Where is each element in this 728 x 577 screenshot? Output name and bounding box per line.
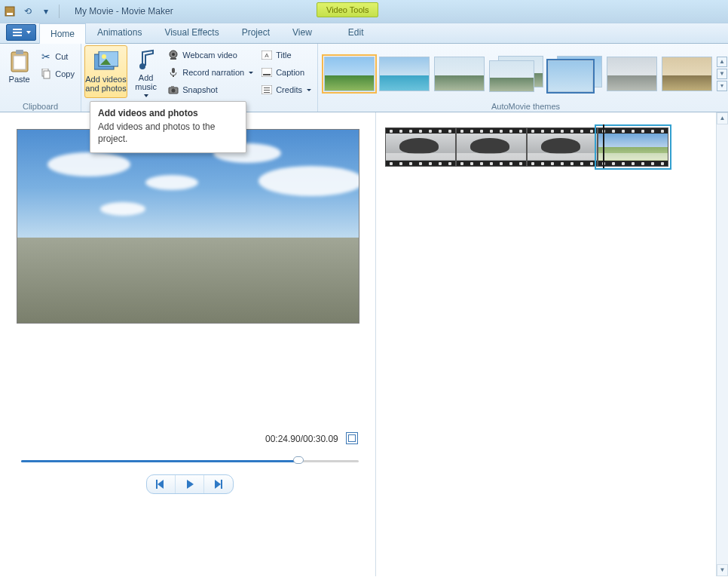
svg-rect-28 xyxy=(264,87,270,88)
theme-scroll-more[interactable]: ▾ xyxy=(717,81,727,91)
theme-thumb-2[interactable] xyxy=(379,57,430,91)
timeline-clip-selected[interactable] xyxy=(598,127,668,167)
qat-separator xyxy=(59,5,60,18)
tab-home[interactable]: Home xyxy=(39,23,86,44)
credits-button[interactable]: Credits xyxy=(258,81,314,98)
title-button[interactable]: ATitle xyxy=(258,47,314,63)
timeline-clip[interactable] xyxy=(456,127,527,167)
record-label: Record narration xyxy=(182,68,244,77)
svg-rect-19 xyxy=(173,75,174,77)
cut-label: Cut xyxy=(55,52,68,61)
theme-gallery-scroll[interactable]: ▲ ▼ ▾ xyxy=(717,57,727,91)
copy-button[interactable]: Copy xyxy=(37,66,78,82)
svg-rect-22 xyxy=(171,86,174,87)
seek-slider[interactable] xyxy=(21,458,359,464)
svg-rect-3 xyxy=(13,32,22,33)
theme-scroll-up[interactable]: ▲ xyxy=(717,57,727,67)
preview-monitor[interactable] xyxy=(17,129,359,324)
snapshot-label: Snapshot xyxy=(182,85,217,94)
svg-marker-31 xyxy=(158,480,164,489)
theme-scroll-down[interactable]: ▼ xyxy=(717,69,727,79)
file-menu-button[interactable] xyxy=(6,24,36,41)
ribbon-tabs: Home Animations Visual Effects Project V… xyxy=(0,23,728,44)
timeline-playhead[interactable] xyxy=(603,124,604,168)
seek-thumb[interactable] xyxy=(293,456,304,464)
svg-rect-26 xyxy=(263,74,271,75)
group-clipboard: Paste ✂Cut Copy Clipboard xyxy=(0,44,81,112)
svg-point-12 xyxy=(102,54,106,59)
contextual-tab-videotools[interactable]: Video Tools xyxy=(317,2,378,17)
svg-point-14 xyxy=(139,63,145,69)
timeline-clip[interactable] xyxy=(385,127,456,167)
svg-rect-35 xyxy=(221,480,222,489)
caption-label: Caption xyxy=(276,68,304,77)
timeline-pane[interactable]: ▲ ▼ xyxy=(375,112,728,576)
svg-rect-18 xyxy=(172,68,175,73)
qat-undo-icon[interactable]: ⟲ xyxy=(21,5,35,18)
scroll-up-icon[interactable]: ▲ xyxy=(717,112,728,124)
tab-visual-effects[interactable]: Visual Effects xyxy=(153,23,230,43)
paste-label: Paste xyxy=(9,75,30,84)
group-label-themes: AutoMovie themes xyxy=(321,100,728,112)
fullscreen-button[interactable] xyxy=(346,432,358,444)
timeline-clip[interactable] xyxy=(527,127,598,167)
copy-icon xyxy=(40,68,52,80)
svg-marker-33 xyxy=(187,480,194,489)
tooltip-body: Add videos and photos to the project. xyxy=(98,121,238,145)
theme-thumb-6[interactable] xyxy=(607,57,657,91)
theme-thumb-7[interactable] xyxy=(662,57,712,91)
theme-thumb-4[interactable] xyxy=(489,56,543,92)
webcam-label: Webcam video xyxy=(182,51,237,60)
cut-button[interactable]: ✂Cut xyxy=(37,48,78,65)
snapshot-button[interactable]: Snapshot xyxy=(164,81,256,98)
svg-rect-4 xyxy=(13,35,22,36)
add-videos-photos-button[interactable]: Add videos and photos xyxy=(84,45,127,98)
theme-thumb-5[interactable] xyxy=(548,56,602,92)
copy-label: Copy xyxy=(55,69,75,78)
tab-view[interactable]: View xyxy=(281,23,323,43)
microphone-icon xyxy=(167,66,179,78)
svg-rect-29 xyxy=(264,90,270,91)
timeline-scrollbar[interactable]: ▲ ▼ xyxy=(716,112,728,576)
prev-frame-button[interactable] xyxy=(147,475,176,493)
tab-animations[interactable]: Animations xyxy=(86,23,153,43)
svg-text:A: A xyxy=(265,52,269,59)
svg-rect-1 xyxy=(7,13,13,15)
qat-save-icon[interactable] xyxy=(3,5,17,18)
scissors-icon: ✂ xyxy=(40,51,52,63)
play-button[interactable] xyxy=(176,475,204,493)
theme-thumb-1[interactable] xyxy=(324,57,375,91)
tooltip-add-videos: Add videos and photos Add videos and pho… xyxy=(90,101,246,153)
photos-icon xyxy=(94,49,118,73)
timeline-clips xyxy=(385,127,719,167)
playback-controls xyxy=(146,474,234,494)
titlebar: ⟲ ▾ My Movie - Movie Maker Video Tools xyxy=(0,0,728,23)
tab-edit[interactable]: Edit xyxy=(337,23,375,43)
caption-button[interactable]: Caption xyxy=(258,64,314,81)
svg-rect-17 xyxy=(170,58,176,60)
theme-gallery: ▲ ▼ ▾ xyxy=(321,54,728,92)
svg-rect-9 xyxy=(44,71,50,78)
next-frame-button[interactable] xyxy=(204,475,233,493)
tab-project[interactable]: Project xyxy=(231,23,281,43)
webcam-video-button[interactable]: Webcam video xyxy=(164,47,256,63)
group-automovie-themes: ▲ ▼ ▾ AutoMovie themes xyxy=(318,44,728,112)
timecode-display: 00:24.90/00:30.09 xyxy=(265,434,338,444)
tooltip-title: Add videos and photos xyxy=(98,108,238,118)
chevron-down-icon xyxy=(144,94,148,97)
theme-thumb-3[interactable] xyxy=(434,57,485,91)
scroll-down-icon[interactable]: ▼ xyxy=(717,564,728,576)
clipboard-icon xyxy=(8,49,32,73)
chevron-down-icon xyxy=(249,72,253,74)
credits-icon xyxy=(261,84,273,96)
paste-button[interactable]: Paste xyxy=(3,45,35,98)
record-narration-button[interactable]: Record narration xyxy=(164,64,256,81)
svg-point-21 xyxy=(172,89,176,93)
svg-point-16 xyxy=(172,53,175,56)
svg-rect-2 xyxy=(13,29,22,30)
qat-customize-icon[interactable]: ▾ xyxy=(39,5,53,18)
preview-pane: 00:24.90/00:30.09 xyxy=(0,112,375,576)
svg-rect-7 xyxy=(14,56,26,69)
add-music-button[interactable]: Add music xyxy=(129,45,163,98)
svg-rect-30 xyxy=(264,92,270,93)
